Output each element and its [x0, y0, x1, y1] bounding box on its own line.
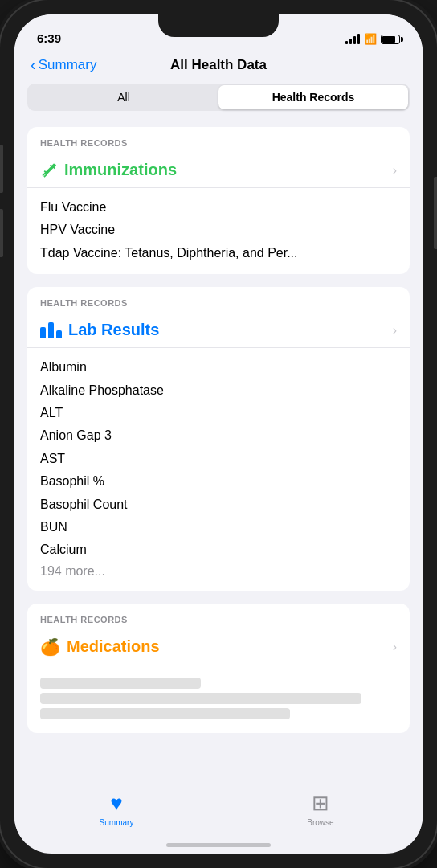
lab-results-section-label: HEALTH RECORDS — [40, 298, 128, 308]
medications-card: HEALTH RECORDS 🍊 Medications › — [27, 604, 410, 733]
tab-summary[interactable]: ♥ Summary — [14, 791, 218, 827]
lab-results-items: Albumin Alkaline Phosphatase ALT Anion G… — [27, 348, 410, 591]
wifi-icon: 📶 — [364, 33, 377, 45]
immunizations-header: HEALTH RECORDS — [27, 127, 410, 154]
list-item: ALT — [40, 402, 397, 424]
lab-results-title: Lab Results — [40, 321, 159, 339]
medications-section-label: HEALTH RECORDS — [40, 615, 128, 624]
back-label: Summary — [39, 57, 97, 73]
syringe-icon — [40, 162, 58, 179]
immunizations-chevron-icon: › — [393, 163, 397, 178]
medications-title: 🍊 Medications — [40, 637, 160, 657]
blurred-item — [40, 708, 290, 719]
medications-header: HEALTH RECORDS — [27, 604, 410, 631]
segment-all[interactable]: All — [29, 85, 218, 109]
home-indicator — [166, 843, 271, 847]
list-item: Basophil % — [40, 470, 397, 493]
lab-results-card: HEALTH RECORDS Lab Results › Albumin — [27, 287, 410, 591]
list-item: Basophil Count — [40, 493, 397, 516]
list-item: Calcium — [40, 538, 397, 561]
browse-icon: ⊞ — [312, 791, 329, 816]
list-item: BUN — [40, 516, 397, 538]
tab-browse-label: Browse — [307, 818, 333, 827]
medications-items — [27, 665, 410, 733]
tab-browse[interactable]: ⊞ Browse — [218, 791, 423, 827]
blurred-item — [40, 693, 361, 704]
medication-icon: 🍊 — [40, 637, 60, 657]
nav-header: ‹ Summary All Health Data — [14, 50, 423, 84]
list-item: Albumin — [40, 356, 397, 379]
segment-health-records[interactable]: Health Records — [218, 85, 408, 109]
list-item: Alkaline Phosphatase — [40, 379, 397, 402]
immunizations-section-label: HEALTH RECORDS — [40, 138, 128, 148]
immunizations-title-row[interactable]: Immunizations › — [27, 154, 410, 188]
status-time: 6:39 — [37, 31, 61, 45]
status-icons: 📶 — [345, 33, 400, 45]
main-content: HEALTH RECORDS Immunizations › Flu Vacci… — [14, 121, 423, 784]
medications-chevron-icon: › — [393, 640, 397, 654]
list-item: Anion Gap 3 — [40, 424, 397, 447]
page-title: All Health Data — [111, 57, 326, 73]
back-button[interactable]: ‹ Summary — [31, 56, 111, 74]
lab-results-header: HEALTH RECORDS — [27, 287, 410, 314]
lab-icon — [40, 322, 62, 338]
battery-icon — [381, 35, 400, 44]
tab-summary-label: Summary — [100, 818, 134, 827]
heart-icon: ♥ — [110, 791, 122, 816]
signal-icon — [345, 35, 360, 44]
lab-results-more: 194 more... — [40, 562, 397, 581]
back-chevron-icon: ‹ — [31, 55, 36, 74]
immunizations-items: Flu Vaccine HPV Vaccine Tdap Vaccine: Te… — [27, 188, 410, 274]
list-item: Flu Vaccine — [40, 196, 397, 219]
list-item: HPV Vaccine — [40, 219, 397, 241]
tab-bar: ♥ Summary ⊞ Browse — [14, 784, 423, 843]
medications-title-row[interactable]: 🍊 Medications › — [27, 631, 410, 665]
immunizations-title: Immunizations — [40, 161, 177, 179]
immunizations-card: HEALTH RECORDS Immunizations › Flu Vacci… — [27, 127, 410, 274]
lab-results-chevron-icon: › — [393, 323, 397, 338]
list-item: Tdap Vaccine: Tetanus, Diphtheria, and P… — [40, 242, 397, 264]
lab-results-title-row[interactable]: Lab Results › — [27, 314, 410, 348]
segment-control: All Health Records — [14, 84, 423, 121]
blurred-item — [40, 678, 201, 689]
list-item: AST — [40, 448, 397, 470]
